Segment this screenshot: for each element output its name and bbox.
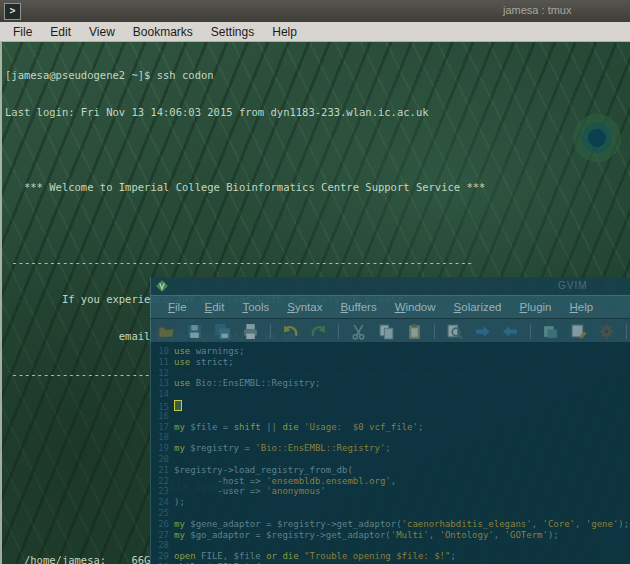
copy-icon[interactable] xyxy=(378,323,395,340)
terminal-title-bar: > jamesa : tmux xyxy=(0,0,630,22)
code-line: 25 xyxy=(156,508,630,519)
toolbar-separator xyxy=(338,324,339,339)
undo-icon[interactable] xyxy=(282,323,299,340)
line-number: 11 xyxy=(156,357,169,368)
code-line: 15 xyxy=(156,400,630,411)
code-line: 23 -user => 'anonymous' xyxy=(156,486,630,497)
line-number: 17 xyxy=(156,422,169,433)
line-number: 10 xyxy=(156,346,169,357)
line-number: 19 xyxy=(156,443,169,454)
code-line: 19my $registry = 'Bio::EnsEMBL::Registry… xyxy=(156,443,630,454)
gvim-code-area[interactable]: 10use warnings;11use strict;1213use Bio:… xyxy=(150,342,630,564)
gvim-menu-solarized[interactable]: Solarized xyxy=(445,299,511,315)
code-line: 21$registry->load_registry_from_db( xyxy=(156,465,630,476)
code-line: 11use strict; xyxy=(156,357,630,368)
code-line: 28 xyxy=(156,540,630,551)
line-number: 20 xyxy=(156,454,169,465)
terminal-icon: > xyxy=(4,3,21,20)
line-number: 24 xyxy=(156,497,169,508)
line-number: 12 xyxy=(156,368,169,379)
code-line: 29open FILE, $file or die "Trouble openi… xyxy=(156,551,630,562)
code-line: 18 xyxy=(156,432,630,443)
gvim-menu-help[interactable]: Help xyxy=(561,299,603,315)
gvim-window: GVIM FileEditToolsSyntaxBuffersWindowSol… xyxy=(150,277,630,564)
line-number: 23 xyxy=(156,486,169,497)
window-title: jamesa : tmux xyxy=(503,4,571,16)
menu-item-view[interactable]: View xyxy=(80,23,124,41)
print-icon[interactable] xyxy=(242,323,259,340)
find-next-icon[interactable] xyxy=(474,323,491,340)
gvim-menu-file[interactable]: File xyxy=(159,299,196,315)
open-file-icon[interactable] xyxy=(158,323,175,340)
gvim-menu-edit[interactable]: Edit xyxy=(196,299,234,315)
run-script-icon[interactable] xyxy=(598,323,615,340)
cut-icon[interactable] xyxy=(350,323,367,340)
toolbar-separator xyxy=(626,324,627,339)
code-line: 17my $file = shift || die 'Usage: $0 vcf… xyxy=(156,422,630,433)
code-line: 10use warnings; xyxy=(156,346,630,357)
code-line: 24); xyxy=(156,497,630,508)
load-session-icon[interactable] xyxy=(542,323,559,340)
menu-item-file[interactable]: File xyxy=(4,23,41,41)
line-number: 27 xyxy=(156,530,169,541)
terminal-line: [jamesa@pseudogene2 ~]$ ssh codon xyxy=(5,69,485,81)
menu-item-bookmarks[interactable]: Bookmarks xyxy=(124,23,202,41)
code-line: 16 xyxy=(156,411,630,422)
code-line: 14 xyxy=(156,389,630,400)
gvim-menu-bar: FileEditToolsSyntaxBuffersWindowSolarize… xyxy=(150,295,630,318)
gvim-menu-plugin[interactable]: Plugin xyxy=(511,299,561,315)
gvim-menu-buffers[interactable]: Buffers xyxy=(331,299,385,315)
line-number: 16 xyxy=(156,411,169,422)
terminal-menu-bar: FileEditViewBookmarksSettingsHelp xyxy=(0,22,630,42)
menu-item-edit[interactable]: Edit xyxy=(41,23,80,41)
terminal-line: Last login: Fri Nov 13 14:06:03 2015 fro… xyxy=(5,106,485,118)
gvim-menu-window[interactable]: Window xyxy=(386,299,445,315)
code-line: 13use Bio::EnsEMBL::Registry; xyxy=(156,378,630,389)
menu-item-help[interactable]: Help xyxy=(263,23,306,41)
save-file-icon[interactable] xyxy=(186,323,203,340)
code-line: 22 -host => 'ensembldb.ensembl.org', xyxy=(156,476,630,487)
gvim-toolbar xyxy=(150,318,630,344)
terminal-line: ----------------------------------------… xyxy=(5,256,485,268)
line-number: 26 xyxy=(156,519,169,530)
line-number: 28 xyxy=(156,540,169,551)
code-line: 26my $gene_adaptor = $registry->get_adap… xyxy=(156,519,630,530)
toolbar-separator xyxy=(530,324,531,339)
terminal-line: *** Welcome to Imperial College Bioinfor… xyxy=(5,181,485,193)
find-prev-icon[interactable] xyxy=(502,323,519,340)
find-replace-icon[interactable] xyxy=(446,323,463,340)
gvim-window-title: GVIM xyxy=(558,280,588,291)
toolbar-separator xyxy=(434,324,435,339)
save-session-icon[interactable] xyxy=(570,323,587,340)
line-number: 13 xyxy=(156,378,169,389)
vim-logo-icon xyxy=(155,279,169,293)
line-number: 29 xyxy=(156,551,169,562)
line-number: 14 xyxy=(156,389,169,400)
save-all-icon[interactable] xyxy=(214,323,231,340)
toolbar-separator xyxy=(270,324,271,339)
gvim-menu-syntax[interactable]: Syntax xyxy=(278,299,331,315)
redo-icon[interactable] xyxy=(310,323,327,340)
line-number: 22 xyxy=(156,476,169,487)
line-number: 25 xyxy=(156,508,169,519)
editor-cursor xyxy=(174,400,182,411)
code-line: 27my $go_adaptor = $registry->get_adapto… xyxy=(156,530,630,541)
line-number: 18 xyxy=(156,432,169,443)
terminal-scrollbar[interactable] xyxy=(0,42,2,564)
menu-item-settings[interactable]: Settings xyxy=(202,23,263,41)
paste-icon[interactable] xyxy=(406,323,423,340)
gvim-title-bar: GVIM xyxy=(150,277,630,295)
gvim-menu-tools[interactable]: Tools xyxy=(233,299,278,315)
code-line: 20 xyxy=(156,454,630,465)
line-number: 21 xyxy=(156,465,169,476)
code-line: 12 xyxy=(156,368,630,379)
